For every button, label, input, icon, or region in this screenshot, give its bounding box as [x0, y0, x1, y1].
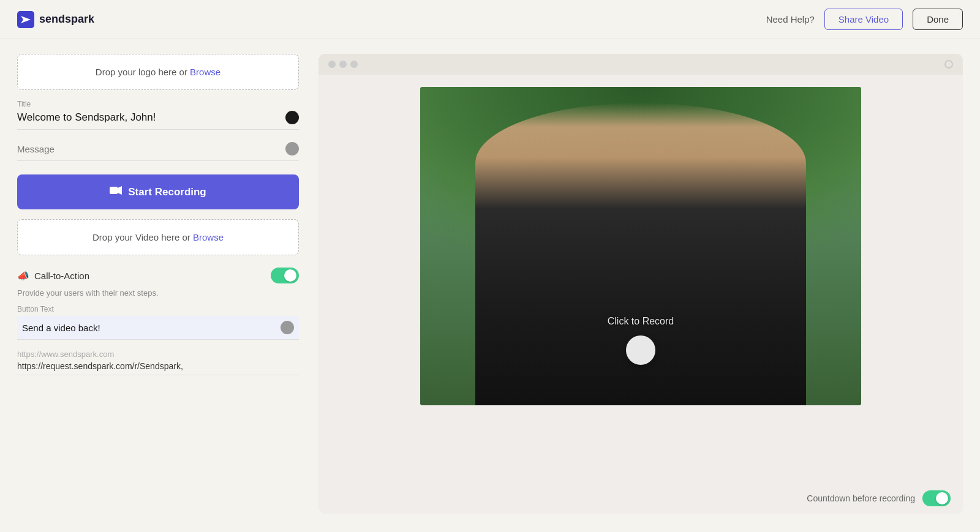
countdown-bar: Countdown before recording	[318, 483, 963, 514]
title-row	[17, 111, 299, 130]
cta-toggle-thumb	[284, 269, 296, 282]
logo-drop-zone[interactable]: Drop your logo here or Browse	[17, 54, 299, 90]
header: sendspark Need Help? Share Video Done	[0, 0, 980, 39]
message-input[interactable]	[17, 144, 285, 154]
browser-window: Click to Record Countdown before recordi…	[318, 54, 963, 514]
share-video-button[interactable]: Share Video	[824, 9, 903, 30]
browser-circle-right	[944, 60, 953, 69]
video-frame[interactable]: Click to Record	[420, 87, 861, 405]
need-help-label: Need Help?	[766, 14, 815, 24]
title-label: Title	[17, 100, 299, 108]
sendspark-logo-icon	[17, 11, 34, 28]
logo-area: sendspark	[17, 11, 94, 28]
click-to-record-label: Click to Record	[608, 316, 674, 327]
countdown-label: Countdown before recording	[807, 493, 915, 503]
cta-toggle[interactable]	[271, 268, 299, 283]
video-drop-zone[interactable]: Drop your Video here or Browse	[17, 219, 299, 255]
browser-dots	[328, 61, 358, 68]
cta-title: 📣 Call-to-Action	[17, 270, 89, 282]
url-placeholder-label: https://www.sendspark.com	[17, 350, 299, 359]
megaphone-icon: 📣	[17, 270, 29, 282]
message-color-picker[interactable]	[285, 142, 299, 155]
cta-header: 📣 Call-to-Action	[17, 268, 299, 283]
logo-browse-link[interactable]: Browse	[190, 67, 221, 77]
message-row	[17, 142, 299, 161]
title-color-picker[interactable]	[285, 111, 299, 124]
button-text-color-picker[interactable]	[281, 321, 294, 334]
left-panel: Drop your logo here or Browse Title Star…	[17, 54, 299, 514]
right-panel: Click to Record Countdown before recordi…	[318, 54, 963, 514]
title-section: Title	[17, 100, 299, 130]
done-button[interactable]: Done	[913, 9, 963, 30]
browser-dot-3	[350, 61, 358, 68]
browser-dot-2	[339, 61, 347, 68]
svg-marker-3	[118, 186, 122, 195]
url-value[interactable]: https://request.sendspark.com/r/Sendspar…	[17, 361, 299, 375]
video-container: Click to Record	[420, 87, 861, 405]
button-text-input[interactable]	[22, 323, 281, 333]
logo-drop-text: Drop your logo here or	[96, 67, 190, 77]
main-content: Drop your logo here or Browse Title Star…	[0, 39, 980, 528]
svg-rect-2	[110, 187, 118, 194]
cta-description: Provide your users with their next steps…	[17, 288, 299, 298]
record-button-label: Start Recording	[128, 186, 206, 198]
title-input[interactable]	[17, 111, 285, 124]
url-section: https://www.sendspark.com https://reques…	[17, 350, 299, 375]
message-section	[17, 142, 299, 161]
countdown-toggle[interactable]	[922, 490, 951, 506]
header-right: Need Help? Share Video Done	[766, 9, 963, 30]
browser-bar	[318, 54, 963, 75]
video-browse-link[interactable]: Browse	[193, 232, 224, 242]
video-drop-text: Drop your Video here or	[92, 232, 193, 242]
start-recording-button[interactable]: Start Recording	[17, 174, 299, 209]
record-circle-button[interactable]	[626, 335, 655, 365]
button-text-label: Button Text	[17, 305, 299, 313]
record-camera-icon	[110, 185, 122, 198]
button-text-row	[17, 316, 299, 340]
cta-section: 📣 Call-to-Action Provide your users with…	[17, 268, 299, 375]
browser-dot-1	[328, 61, 336, 68]
cta-label: Call-to-Action	[34, 271, 89, 281]
browser-content: Click to Record	[318, 75, 963, 483]
countdown-toggle-thumb	[936, 492, 948, 504]
logo-text: sendspark	[39, 13, 94, 26]
